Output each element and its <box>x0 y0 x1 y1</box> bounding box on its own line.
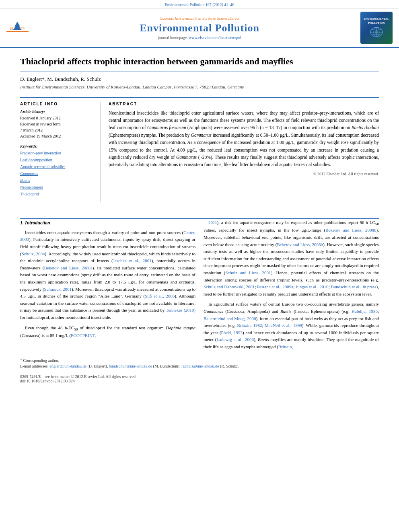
revised-label: Received in revised form <box>20 121 94 127</box>
ref-schulz-liess-2001[interactable]: Schulz and Liess, 2001 <box>225 270 271 275</box>
journal-header-right: ENVIRONMENTALPOLLUTION <box>356 12 393 44</box>
keyword-3[interactable]: Aquatic-terrestrial subsidies <box>20 163 94 170</box>
ref-jeschke-2001[interactable]: Jeschke et al., 2001 <box>113 258 152 263</box>
ref-beketov-2008b-1[interactable]: Beketov and Liess, 2008b <box>325 228 376 232</box>
intro-heading: 1. Introduction <box>20 219 195 227</box>
contents-text: Contents lists available at <box>160 16 203 21</box>
abstract-column: ABSTRACT Neonicotinoid insecticides like… <box>109 102 379 202</box>
body-content: 1. Introduction Insecticides enter aquat… <box>0 219 399 354</box>
homepage-url[interactable]: www.elsevier.com/locate/envpol <box>189 35 241 40</box>
received-date: Received 8 January 2012 <box>20 115 94 121</box>
keywords-group: Keywords: Predator–prey interaction Leaf… <box>20 144 94 197</box>
email-bundschuh[interactable]: bundschuh@uni-landau.de <box>109 364 152 368</box>
journal-reference-text: Environmental Pollution 167 (2012) 41–46 <box>165 2 234 7</box>
sciverse-link[interactable]: SciVerse ScienceDirect <box>202 16 239 21</box>
page: Environmental Pollution 167 (2012) 41–46… <box>0 0 399 532</box>
body-para-right-1: 2011), a risk for aquatic ecosystems may… <box>204 219 379 298</box>
ref-carter-2000[interactable]: Carter, 2000 <box>20 230 195 242</box>
journal-homepage: journal homepage: www.elsevier.com/locat… <box>43 35 356 40</box>
ref-beketov-2008b-2[interactable]: Beketov and Liess, 2008b <box>277 242 323 247</box>
doi-section: 0269-7491/$ – see front matter © 2012 El… <box>0 374 399 386</box>
body-para-1: Insecticides enter aquatic ecosystems th… <box>20 229 195 321</box>
keyword-6[interactable]: Neonicotinoid <box>20 184 94 191</box>
abstract-label: ABSTRACT <box>109 102 379 106</box>
elsevier-logo: ELSEVIER <box>6 20 39 36</box>
ref-schulz-dabrowski[interactable]: Schulz and Dabrowski, 2001 <box>204 284 255 289</box>
affiliation: Institute for Environmental Sciences, Un… <box>20 84 379 89</box>
email-line: E-mail addresses: englert@uni-landau.de … <box>20 364 379 368</box>
homepage-label: journal homepage: <box>158 35 189 40</box>
doi-text: doi:10.1016/j.envpol.2012.03.024 <box>20 379 75 383</box>
main-content: Thiacloprid affects trophic interaction … <box>0 48 399 218</box>
body-para-2: Even though the 48 h-EC50 of thiacloprid… <box>20 325 195 339</box>
ref-schmuck-2001[interactable]: Schmuck, 2001 <box>44 287 72 292</box>
accepted-date: Accepted 19 March 2012 <box>20 133 94 139</box>
ep-badge: ENVIRONMENTALPOLLUTION <box>360 12 393 44</box>
emails: englert@uni-landau.de (D. Englert), bund… <box>49 364 239 368</box>
ref-pestana[interactable]: Pestana et al., 2009a <box>257 284 293 289</box>
keyword-5[interactable]: Baetis <box>20 177 94 184</box>
keywords-list: Predator–prey interaction Leaf decomposi… <box>20 150 94 197</box>
article-info-abstract-section: ARTICLE INFO Article history: Received 8… <box>20 97 379 202</box>
email-schulz[interactable]: rachulz@uni-landau.de <box>181 364 219 368</box>
ref-beketov-2008a[interactable]: Beketov and Liess, 2008a <box>44 265 92 270</box>
ref-bundschuh[interactable]: Bundschuh et al., in press <box>331 284 376 289</box>
authors: D. Englert*, M. Bundschuh, R. Schulz <box>20 76 379 82</box>
ref-brittain-end[interactable]: Brittain, <box>278 344 293 349</box>
keyword-4[interactable]: Gammarus <box>20 170 94 177</box>
corresponding-label: * Corresponding author. <box>20 358 59 363</box>
email-label: E-mail addresses: <box>20 364 49 368</box>
issn-text: 0269-7491/$ – see front matter © 2012 El… <box>20 374 136 379</box>
corresponding-author: * Corresponding author. <box>20 358 379 363</box>
ref-footprint-2011[interactable]: 2011 <box>208 220 217 225</box>
keyword-2[interactable]: Leaf decomposition <box>20 156 94 163</box>
ref-tennekes-2010[interactable]: Tennekes (2010) <box>166 308 195 312</box>
abstract-italic-2: Baetis rhodani <box>352 125 379 130</box>
journal-header-center: Contents lists available at SciVerse Sci… <box>43 16 356 40</box>
ref-ladewig[interactable]: Ladewig et al., 2006 <box>216 337 254 342</box>
body-col-left: 1. Introduction Insecticides enter aquat… <box>20 219 195 354</box>
journal-reference-bar: Environmental Pollution 167 (2012) 41–46 <box>0 0 399 8</box>
ref-suss-2006[interactable]: Süß et al., 2006 <box>145 294 175 298</box>
abstract-italic-4: Gammarus <box>176 155 197 160</box>
elsevier-tree-icon: ELSEVIER <box>6 21 29 35</box>
body-para-right-2: In agricultural surface waters of centra… <box>204 301 379 350</box>
sciverse-line: Contents lists available at SciVerse Sci… <box>43 16 356 21</box>
and-text: and <box>272 309 278 314</box>
article-history-group: Article history: Received 8 January 2012… <box>20 109 94 139</box>
authors-text: D. Englert*, M. Bundschuh, R. Schulz <box>20 76 101 82</box>
article-title: Thiacloprid affects trophic interaction … <box>20 56 379 72</box>
keyword-7[interactable]: Thiacloprid <box>20 191 94 197</box>
ref-schulz-2004[interactable]: Schulz, 2004 <box>22 251 45 256</box>
abstract-italic-3: Gammarus <box>191 133 212 138</box>
article-info-label: ARTICLE INFO <box>20 102 94 106</box>
ref-brittain-1982[interactable]: Brittain, 1982 <box>237 323 262 328</box>
keywords-label: Keywords: <box>20 144 94 148</box>
abstract-text: Neonicotinoid insecticides like thiaclop… <box>109 109 379 168</box>
svg-point-8 <box>375 31 378 34</box>
ref-bauernfeind[interactable]: Bauernfeind and Moog, 2000 <box>204 316 256 321</box>
svg-rect-0 <box>6 31 29 32</box>
journal-title: Environmental Pollution <box>43 22 356 34</box>
email-englert[interactable]: englert@uni-landau.de <box>49 364 86 368</box>
body-col-right: 2011), a risk for aquatic ecosystems may… <box>204 219 379 354</box>
article-info-column: ARTICLE INFO Article history: Received 8… <box>20 102 101 202</box>
elsevier-logo-container: ELSEVIER <box>6 20 43 36</box>
abstract-italic-1: Gammarus fossarum <box>147 125 186 130</box>
ref-junges[interactable]: Junges et al., 2010 <box>296 284 329 289</box>
ref-habdija[interactable]: Habdija, 1986 <box>352 309 378 314</box>
journal-header: ELSEVIER Contents lists available at Sci… <box>0 8 399 48</box>
copyright-text: © 2012 Elsevier Ltd. All rights reserved… <box>109 172 379 176</box>
ref-macneil[interactable]: MacNeil et al., 1999 <box>265 323 302 328</box>
footnotes-section: * Corresponding author. E-mail addresses… <box>0 354 399 374</box>
ref-pockl[interactable]: Pöckl, 1993 <box>221 330 243 335</box>
history-label: Article history: <box>20 109 94 114</box>
globe-icon <box>368 26 385 38</box>
revised-date: 7 March 2012 <box>20 127 94 133</box>
ref-footprint[interactable]: FOOTPRINT, <box>71 333 96 338</box>
keyword-1[interactable]: Predator–prey interaction <box>20 150 94 156</box>
